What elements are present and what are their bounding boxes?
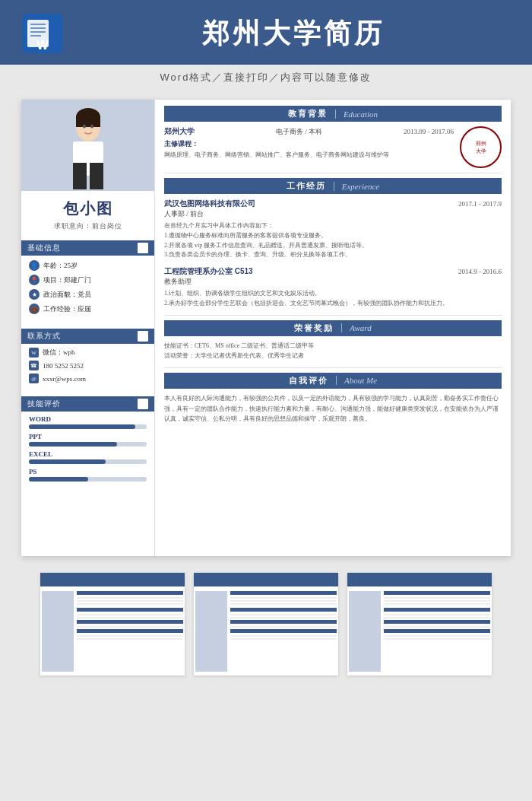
list-item: ☎ 180 5252 5252 bbox=[29, 361, 147, 370]
skills-icon bbox=[138, 399, 148, 409]
sidebar: 包小图 求职意向：前台岗位 基础信息 👤 年龄：25岁 📍 项目：郑建厂门 ★ … bbox=[21, 100, 154, 556]
wechat-icon: W bbox=[29, 348, 39, 358]
work-desc-1: 在首经九个月实习中具体工作内容如下： 1.遵循物中心服务标准向所需服务的客客提供… bbox=[164, 221, 502, 260]
main-content: 教育背景 Education 郑州大学 电子商务 / 本科 2013.09 - … bbox=[154, 100, 511, 556]
politics-label: 政治面貌：党员 bbox=[43, 290, 91, 300]
skill-ppt-label: PPT bbox=[29, 433, 147, 440]
about-cn: 自我评价 bbox=[289, 375, 328, 386]
header-divider bbox=[334, 182, 334, 191]
contact-label: 联系方式 bbox=[27, 331, 61, 342]
section-divider bbox=[164, 315, 502, 316]
experience-header: 工作经历 Experience bbox=[164, 178, 502, 194]
work-item-1: 武汉包图网络科技有限公司 2017.1 - 2017.9 人事部 / 前台 在首… bbox=[164, 199, 502, 260]
education-row: 郑州大学 电子商务 / 本科 2013.09 - 2017.06 bbox=[164, 126, 454, 137]
list-item: @ xxxr@wps.com bbox=[29, 373, 147, 383]
name-section: 包小图 求职意向：前台岗位 bbox=[21, 191, 154, 234]
svg-point-14 bbox=[83, 124, 86, 128]
list-item: EXCEL bbox=[29, 450, 147, 464]
wechat-value: 微信：wph bbox=[43, 348, 75, 358]
contact-header: 联系方式 bbox=[21, 329, 154, 344]
svg-rect-2 bbox=[30, 24, 46, 25]
basic-info-label: 基础信息 bbox=[27, 243, 61, 253]
edu-school: 郑州大学 bbox=[164, 126, 195, 137]
awards-cn: 荣誉奖励 bbox=[294, 323, 334, 334]
work-date-2: 2014.9 - 2016.6 bbox=[458, 268, 502, 275]
thumbnails-row bbox=[0, 565, 532, 683]
about-text: 本人有良好的人际沟通能力，有较强的公共件，以及一定的外语能力，具有较强的学习能力… bbox=[164, 393, 502, 424]
svg-point-15 bbox=[90, 124, 93, 128]
thumbnail-1 bbox=[40, 573, 185, 675]
skills-header: 技能评价 bbox=[21, 396, 154, 412]
list-item: 👤 年龄：25岁 bbox=[29, 260, 147, 271]
skill-excel-bar-bg bbox=[29, 459, 147, 464]
thumbnail-2 bbox=[194, 573, 338, 675]
list-item: PS bbox=[29, 468, 147, 482]
svg-rect-10 bbox=[73, 163, 87, 189]
skill-ppt-bar-bg bbox=[29, 442, 147, 447]
awards-header: 荣誉奖励 Award bbox=[164, 320, 502, 336]
awards-en: Award bbox=[350, 323, 371, 332]
skill-word-bar-bg bbox=[29, 424, 147, 429]
basic-info-list: 👤 年龄：25岁 📍 项目：郑建厂门 ★ 政治面貌：党员 💼 工作经验：应届 bbox=[21, 256, 154, 323]
list-item: 📍 项目：郑建厂门 bbox=[29, 275, 147, 285]
phone-value: 180 5252 5252 bbox=[43, 362, 84, 370]
job-title: 求职意向：前台岗位 bbox=[21, 221, 154, 231]
list-item: WORD bbox=[29, 415, 147, 429]
basic-info-icon bbox=[138, 243, 148, 253]
phone-icon: ☎ bbox=[29, 361, 39, 370]
work-exp-label: 工作经验：应届 bbox=[43, 304, 91, 314]
skill-ps-label: PS bbox=[29, 468, 147, 475]
page-title: 郑州大学简历 bbox=[78, 15, 509, 52]
edu-date: 2013.09 - 2017.06 bbox=[404, 128, 454, 135]
age-label: 年龄：25岁 bbox=[43, 261, 78, 271]
company-2: 工程院管理系办公室 C513 bbox=[164, 266, 253, 277]
list-item: W 微信：wph bbox=[29, 348, 147, 358]
skill-ps-bar-fill bbox=[29, 477, 88, 482]
list-item: PPT bbox=[29, 433, 147, 447]
age-icon: 👤 bbox=[29, 260, 40, 271]
edu-major: 电子商务 / 本科 bbox=[276, 127, 322, 137]
header-banner: W 郑州大学简历 bbox=[0, 0, 532, 65]
location-icon: 📍 bbox=[29, 275, 40, 285]
work-desc-2: 1.计划、组织、协调各级学生组织的文艺和文化娱乐活动。 2.承办好学生会部分学生… bbox=[164, 289, 502, 309]
skill-word-label: WORD bbox=[29, 415, 147, 423]
about-en: About Me bbox=[344, 376, 377, 385]
header-divider bbox=[341, 323, 342, 332]
list-item: ★ 政治面貌：党员 bbox=[29, 289, 147, 300]
dept-1: 人事部 / 前台 bbox=[164, 209, 502, 219]
work-header-1: 武汉包图网络科技有限公司 2017.1 - 2017.9 bbox=[164, 199, 502, 209]
contact-list: W 微信：wph ☎ 180 5252 5252 @ xxxr@wps.com bbox=[21, 344, 154, 390]
svg-text:W: W bbox=[36, 39, 49, 52]
resume-document: 包小图 求职意向：前台岗位 基础信息 👤 年龄：25岁 📍 项目：郑建厂门 ★ … bbox=[21, 100, 511, 556]
section-divider bbox=[164, 367, 502, 368]
header-divider bbox=[335, 110, 336, 119]
work-item-2: 工程院管理系办公室 C513 2014.9 - 2016.6 教务助理 1.计划… bbox=[164, 266, 502, 309]
basic-info-header: 基础信息 bbox=[21, 240, 154, 256]
work-header-2: 工程院管理系办公室 C513 2014.9 - 2016.6 bbox=[164, 266, 502, 277]
experience-en: Experience bbox=[342, 182, 379, 191]
svg-rect-4 bbox=[30, 31, 46, 33]
contact-icon bbox=[138, 331, 148, 342]
school-seal: 郑州大学 bbox=[460, 126, 502, 168]
skill-ppt-bar-fill bbox=[29, 442, 117, 447]
politics-icon: ★ bbox=[29, 289, 40, 300]
list-item: 💼 工作经验：应届 bbox=[29, 304, 147, 314]
dept-2: 教务助理 bbox=[164, 277, 502, 287]
skill-ps-bar-bg bbox=[29, 477, 147, 482]
courses-text: 网络原理、电子商务、网络营销、网站推广、客户服务、电子商务网站建设与维护等 bbox=[164, 151, 454, 160]
experience-cn: 工作经历 bbox=[287, 180, 326, 192]
email-icon: @ bbox=[29, 373, 39, 383]
work-exp-icon: 💼 bbox=[29, 304, 40, 314]
header-divider bbox=[336, 376, 337, 385]
skill-excel-label: EXCEL bbox=[29, 450, 147, 458]
education-header: 教育背景 Education bbox=[164, 106, 502, 122]
svg-rect-5 bbox=[30, 35, 41, 37]
courses-label: 主修课程： bbox=[164, 139, 454, 149]
svg-rect-13 bbox=[76, 116, 100, 127]
thumbnail-3 bbox=[347, 573, 492, 675]
about-header: 自我评价 About Me bbox=[164, 373, 502, 389]
skill-word-bar-fill bbox=[29, 424, 135, 429]
awards-text: 技能证书：CET6、MS office 二级证书、普通话二级甲等 活动荣誉：大学… bbox=[164, 341, 502, 361]
company-1: 武汉包图网络科技有限公司 bbox=[164, 199, 255, 209]
skill-list: WORD PPT EXCEL PS bbox=[21, 412, 154, 489]
